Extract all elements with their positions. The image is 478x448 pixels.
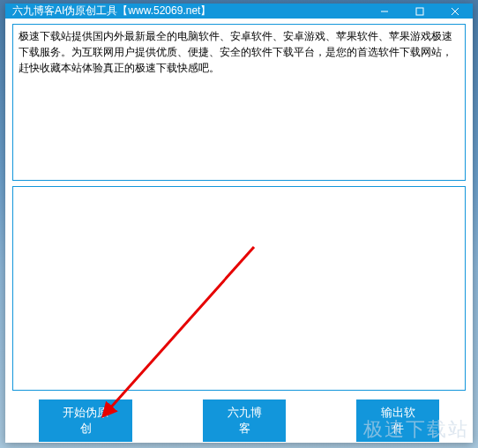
- app-window: 六九博客AI伪原创工具【www.52069.net】 开始伪原创 六九博客 输出…: [5, 4, 473, 443]
- minimize-icon: [380, 7, 389, 16]
- minimize-button[interactable]: [367, 4, 402, 19]
- maximize-button[interactable]: [402, 4, 437, 19]
- close-icon: [451, 7, 459, 16]
- input-textarea[interactable]: [12, 24, 466, 181]
- button-row: 开始伪原创 六九博客 输出软件: [12, 396, 466, 442]
- maximize-icon: [415, 7, 424, 16]
- window-controls: [367, 4, 473, 19]
- export-button[interactable]: 输出软件: [356, 399, 439, 442]
- blog-button[interactable]: 六九博客: [203, 399, 286, 442]
- titlebar: 六九博客AI伪原创工具【www.52069.net】: [5, 4, 473, 19]
- start-button[interactable]: 开始伪原创: [39, 399, 132, 442]
- content-area: 开始伪原创 六九博客 输出软件: [5, 19, 473, 448]
- window-title: 六九博客AI伪原创工具【www.52069.net】: [12, 4, 367, 19]
- close-button[interactable]: [437, 4, 473, 19]
- output-textarea[interactable]: [12, 186, 466, 391]
- svg-rect-1: [416, 8, 423, 15]
